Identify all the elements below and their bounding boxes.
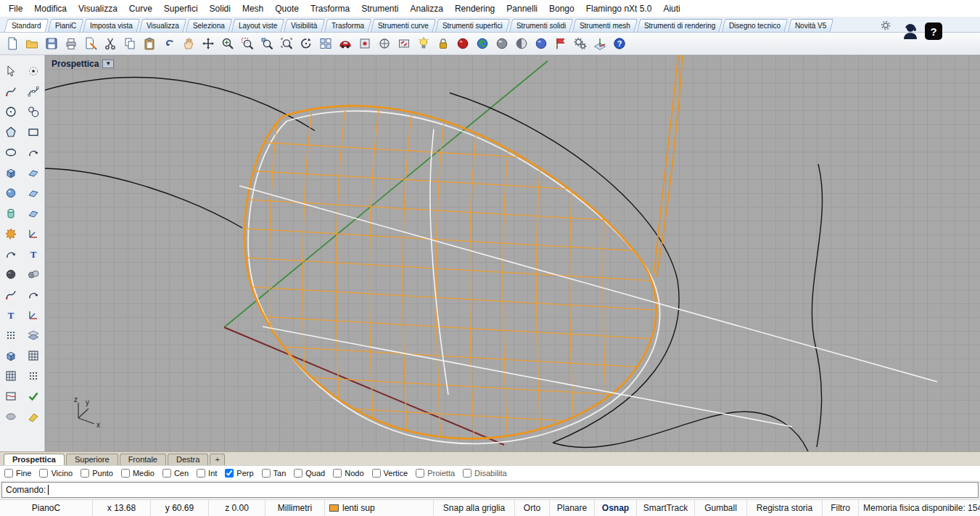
transform-widget-icon[interactable] <box>394 34 413 53</box>
shadow-oval-icon[interactable] <box>2 409 20 424</box>
osnap-perp-checkbox[interactable] <box>225 469 234 478</box>
toolbar-tab-strumenti-mesh[interactable]: Strumenti mesh <box>572 19 638 32</box>
toolbar-tab-imposta-vista[interactable]: Imposta vista <box>83 19 140 32</box>
uv-tools-icon[interactable] <box>2 389 20 404</box>
toolbar-tab-standard[interactable]: Standard <box>4 19 49 32</box>
boolean-pair-icon[interactable] <box>25 267 42 282</box>
viewport-title-menu-arrow[interactable]: ▼ <box>102 60 114 68</box>
cplane-axes-icon[interactable] <box>25 226 42 241</box>
toolbar-tab-novita-v5[interactable]: Novità V5 <box>787 19 833 32</box>
rectangle-icon[interactable] <box>25 125 42 139</box>
osnap-vicino-checkbox[interactable] <box>39 469 48 478</box>
osnap-punto-checkbox[interactable] <box>81 469 89 478</box>
menu-superfici[interactable]: Superfici <box>158 1 204 17</box>
surface-plane-icon[interactable] <box>25 165 42 180</box>
viewport-tab-destra[interactable]: Destra <box>168 454 208 465</box>
menu-analizza[interactable]: Analizza <box>405 1 449 17</box>
toolbar-tab-trasforma[interactable]: Trasforma <box>324 19 371 32</box>
circle-icon[interactable] <box>2 105 20 119</box>
layers-icon[interactable] <box>25 328 42 343</box>
undo-icon[interactable] <box>159 34 178 53</box>
menu-aiuti[interactable]: Aiuti <box>657 1 685 17</box>
osnap-disabilita[interactable]: Disabilita <box>463 469 507 478</box>
viewport-tab-superiore[interactable]: Superiore <box>66 454 118 465</box>
zoom-extents-icon[interactable] <box>276 34 296 53</box>
annotation-flag-icon[interactable] <box>551 34 570 53</box>
viewport-canvas[interactable]: z y x <box>45 55 980 451</box>
control-point-curve-icon[interactable] <box>25 84 42 99</box>
print-icon[interactable] <box>61 34 81 53</box>
help-icon[interactable]: ? <box>925 22 942 40</box>
viewport-tab-prospettica[interactable]: Prospettica <box>4 454 65 465</box>
osnap-vertice-checkbox[interactable] <box>372 469 381 478</box>
display-settings-icon[interactable] <box>374 34 394 53</box>
options-gears-icon[interactable] <box>570 34 590 53</box>
toolbar-tab-strumenti-solidi[interactable]: Strumenti solidi <box>508 19 573 32</box>
adjust-curve-icon[interactable] <box>25 287 42 302</box>
boolean-sphere-icon[interactable] <box>2 267 20 282</box>
curve-blend-icon[interactable] <box>25 145 42 160</box>
section-curves[interactable] <box>239 129 937 427</box>
export-document-icon[interactable] <box>81 34 100 53</box>
operator-headset-icon[interactable] <box>902 22 919 41</box>
hook-curve-icon[interactable] <box>2 287 20 302</box>
toolbar-tab-strumenti-curve[interactable]: Strumenti curve <box>371 19 437 32</box>
osnap-quad-checkbox[interactable] <box>294 469 302 478</box>
selection-check-icon[interactable] <box>25 389 42 404</box>
viewport-prospettica[interactable]: z y x Prospettica ▼ <box>45 55 980 451</box>
menu-quote[interactable]: Quote <box>269 1 305 17</box>
offset-curve-icon[interactable] <box>2 247 20 261</box>
lock-icon[interactable] <box>433 34 453 53</box>
status-toggle-registra-storia[interactable]: Registra storia <box>747 500 823 516</box>
menu-trasforma[interactable]: Trasforma <box>305 1 355 17</box>
osnap-proietta-checkbox[interactable] <box>416 469 424 478</box>
cylinder-icon[interactable] <box>2 206 20 221</box>
surface-outline[interactable] <box>244 106 656 439</box>
surface-edge-curves[interactable] <box>654 55 683 277</box>
cut-icon[interactable] <box>100 34 120 53</box>
move-icon[interactable] <box>198 34 218 53</box>
toolbar-tab-visibilita[interactable]: Visibilità <box>284 19 325 32</box>
menu-modifica[interactable]: Modifica <box>28 1 73 17</box>
open-file-icon[interactable] <box>22 34 41 53</box>
osnap-disabilita-checkbox[interactable] <box>463 469 472 478</box>
osnap-medio[interactable]: Medio <box>121 469 155 478</box>
status-toggle-filtro[interactable]: Filtro <box>823 500 859 516</box>
toolbar-tab-strumenti-superfici[interactable]: Strumenti superfici <box>435 19 510 32</box>
free-curve-icon[interactable] <box>2 84 20 99</box>
status-toggle-gumball[interactable]: Gumball <box>695 500 747 516</box>
osnap-vertice[interactable]: Vertice <box>372 469 408 478</box>
named-views-car-icon[interactable] <box>335 34 355 53</box>
status-toggle-smarttrack[interactable]: SmartTrack <box>637 500 695 516</box>
zoom-window-icon[interactable] <box>237 34 257 53</box>
osnap-fine[interactable]: Fine <box>4 469 31 478</box>
sphere-icon[interactable] <box>2 186 20 200</box>
plugin-gear-icon[interactable] <box>2 226 20 241</box>
menu-pannelli[interactable]: Pannelli <box>501 1 543 17</box>
status-toggle-osnap[interactable]: Osnap <box>595 500 637 516</box>
osnap-nodo[interactable]: Nodo <box>333 469 363 478</box>
text-tool-icon[interactable] <box>25 247 42 261</box>
cplane-widget-icon[interactable] <box>590 34 609 53</box>
status-toggle-orto[interactable]: Orto <box>515 500 550 516</box>
viewport-tab-add-button[interactable]: + <box>210 454 224 465</box>
menu-flamingo[interactable]: Flamingo nXt 5.0 <box>580 1 658 17</box>
osnap-nodo-checkbox[interactable] <box>333 469 342 478</box>
osnap-cen[interactable]: Cen <box>162 469 189 478</box>
surface-wireframe-mesh[interactable] <box>234 99 669 447</box>
osnap-tan[interactable]: Tan <box>262 469 287 478</box>
osnap-tan-checkbox[interactable] <box>262 469 271 478</box>
toolbar-tab-strumenti-rendering[interactable]: Strumenti di rendering <box>637 19 723 32</box>
new-document-icon[interactable] <box>2 34 22 53</box>
save-file-icon[interactable] <box>41 34 61 53</box>
viewport-tab-frontale[interactable]: Frontale <box>120 454 166 465</box>
menu-bongo[interactable]: Bongo <box>543 1 580 17</box>
ellipse-icon[interactable] <box>2 145 20 160</box>
osnap-punto[interactable]: Punto <box>81 469 113 478</box>
cplane-settings-icon[interactable] <box>355 34 374 53</box>
menu-strumenti[interactable]: Strumenti <box>355 1 404 17</box>
osnap-cen-checkbox[interactable] <box>162 469 171 478</box>
osnap-int-checkbox[interactable] <box>197 469 205 478</box>
osnap-quad[interactable]: Quad <box>294 469 325 478</box>
patch-plane-icon[interactable] <box>25 206 42 221</box>
